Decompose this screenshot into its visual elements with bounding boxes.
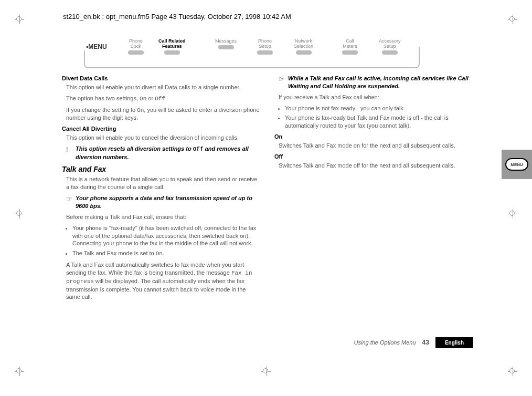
paragraph: If you change the setting to On, you wil… [66,106,261,122]
menu-item: Messages [214,39,238,49]
crop-mark [15,209,24,218]
paragraph: Switches Talk and Fax mode on for the ne… [279,142,473,150]
menu-root-label: ▪MENU [84,43,109,50]
menu-item: PhoneSetup [256,39,274,55]
heading-cancel-diverting: Cancel All Diverting [62,125,261,133]
hand-point-icon: ☞ [279,75,288,90]
paragraph: The option has two settings, On or Off. [66,95,261,103]
list-item: Your phone is "fax-ready" (it has been s… [72,224,261,248]
page-number: 43 [422,338,429,347]
list-item: The Talk and Fax mode is set to On. [72,249,261,258]
hand-point-icon: ☞ [66,194,76,210]
menu-item: CallMeters [341,39,359,55]
paragraph: If you receive a Talk and Fax call when: [279,93,473,101]
heading-talk-and-fax: Talk and Fax [62,164,261,174]
footer-section: Using the Options Menu [354,339,416,347]
menu-item: NetworkSelection [293,39,314,55]
tip-note: ☞ Your phone supports a data and fax tra… [66,194,261,210]
menu-item: AccessorySetup [378,39,402,55]
tip-note: ☞ While a Talk and Fax call is active, i… [279,75,473,90]
paragraph: A Talk and Fax call automatically switch… [66,261,261,301]
heading-divert-data: Divert Data Calls [62,75,261,82]
paragraph: Switches Talk and Fax mode off for the n… [279,162,473,170]
heading-on: On [274,133,473,141]
warning-note: ! This option resets all diversion setti… [66,145,261,161]
list-item: Your phone is fax-ready but Talk and Fax… [285,114,473,130]
crop-mark [15,15,24,24]
language-tag: English [435,337,473,349]
paragraph: This option will enable you to divert al… [66,84,261,91]
menu-button-icon: MENU [505,158,528,171]
crop-mark [508,209,517,218]
bullet-list: Your phone is "fax-ready" (it has been s… [66,224,261,258]
page-content: Divert Data Calls This option will enabl… [62,72,473,348]
bullet-list: Your phone is not fax-ready - you can on… [279,105,473,130]
paragraph: This is a network feature that allows yo… [66,175,261,191]
crop-mark [261,367,271,376]
page-footer: Using the Options Menu 43 English [354,337,474,349]
crop-mark [508,15,517,24]
menu-item: PhoneBook [127,39,145,55]
menu-item: Call RelatedFeatures [157,39,187,55]
menu-breadcrumb: ▪MENU PhoneBookCall RelatedFeaturesMessa… [84,41,420,68]
warning-icon: ! [66,145,76,161]
side-tab-panel: MENU [502,150,532,179]
crop-mark [15,367,24,376]
heading-off: Off [274,153,473,161]
paragraph: This option will enable you to cancel th… [66,134,261,142]
doc-header-line: st210_en.bk : opt_menu.fm5 Page 43 Tuesd… [63,13,291,20]
list-item: Your phone is not fax-ready - you can on… [285,105,473,112]
crop-mark [508,367,517,376]
paragraph: Before making a Talk and Fax call, ensur… [66,213,261,221]
